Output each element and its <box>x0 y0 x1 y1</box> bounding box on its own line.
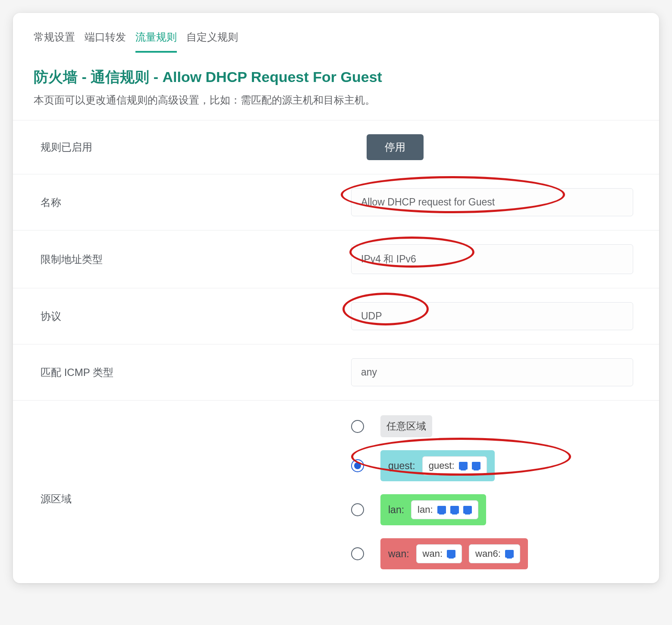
iface-guest: guest: <box>422 456 487 475</box>
zone-row-lan: lan: lan: <box>351 494 633 525</box>
ethernet-icon <box>459 462 468 470</box>
page-header: 防火墙 - 通信规则 - Allow DHCP Request For Gues… <box>13 53 659 116</box>
ethernet-icon <box>450 506 459 514</box>
page-title: 防火墙 - 通信规则 - Allow DHCP Request For Gues… <box>34 67 638 87</box>
protocol-select[interactable]: UDP <box>351 302 633 330</box>
iface-label: wan6: <box>475 548 501 559</box>
label-enabled: 规则已启用 <box>41 140 351 154</box>
row-icmp: 匹配 ICMP 类型 any <box>13 344 659 400</box>
zone-box-wan: wan: wan: wan6: <box>380 538 528 569</box>
row-enabled: 规则已启用 停用 <box>13 120 659 174</box>
ethernet-icon <box>472 462 480 470</box>
ethernet-icon <box>463 506 472 514</box>
row-protocol: 协议 UDP <box>13 288 659 344</box>
tab-custom-rules[interactable]: 自定义规则 <box>186 26 238 53</box>
ethernet-icon <box>447 550 455 558</box>
iface-label: lan: <box>418 504 433 515</box>
tab-general[interactable]: 常规设置 <box>34 26 75 53</box>
row-restrict: 限制地址类型 IPv4 和 IPv6 <box>13 230 659 288</box>
row-name: 名称 <box>13 174 659 230</box>
radio-guest-zone[interactable] <box>351 459 364 472</box>
zone-box-guest: guest: guest: <box>380 450 495 481</box>
page-subtitle: 本页面可以更改通信规则的高级设置，比如：需匹配的源主机和目标主机。 <box>34 93 638 107</box>
ethernet-icon <box>437 506 446 514</box>
zone-row-guest: guest: guest: <box>351 450 633 481</box>
row-source-zone: 源区域 任意区域 guest: guest: <box>13 400 659 583</box>
zone-title-guest: guest: <box>388 460 415 472</box>
zone-title-lan: lan: <box>388 504 404 516</box>
rule-form: 规则已启用 停用 名称 限制地址类型 IPv4 和 IPv6 协议 UDP <box>13 120 659 583</box>
radio-wan-zone[interactable] <box>351 547 364 560</box>
zone-box-lan: lan: lan: <box>380 494 486 525</box>
label-protocol: 协议 <box>41 309 351 323</box>
iface-label: guest: <box>429 460 455 471</box>
tabs: 常规设置 端口转发 流量规则 自定义规则 <box>13 13 659 53</box>
radio-lan-zone[interactable] <box>351 503 364 516</box>
label-restrict: 限制地址类型 <box>41 253 351 266</box>
name-input[interactable] <box>351 188 633 216</box>
iface-wan: wan: <box>416 544 462 563</box>
label-name: 名称 <box>41 196 351 209</box>
iface-label: wan: <box>423 548 443 559</box>
tab-traffic-rules[interactable]: 流量规则 <box>135 26 177 53</box>
restrict-select[interactable]: IPv4 和 IPv6 <box>351 244 633 274</box>
zone-row-wan: wan: wan: wan6: <box>351 538 633 569</box>
label-source-zone: 源区域 <box>41 414 351 506</box>
label-icmp: 匹配 ICMP 类型 <box>41 366 351 379</box>
disable-button[interactable]: 停用 <box>367 134 424 160</box>
tab-port-forward[interactable]: 端口转发 <box>85 26 126 53</box>
zone-title-wan: wan: <box>388 548 409 560</box>
iface-wan6: wan6: <box>469 544 520 563</box>
iface-lan: lan: <box>411 500 478 519</box>
settings-card: 常规设置 端口转发 流量规则 自定义规则 防火墙 - 通信规则 - Allow … <box>13 13 659 583</box>
zone-list: 任意区域 guest: guest: <box>351 414 633 569</box>
any-zone-badge: 任意区域 <box>380 415 432 437</box>
radio-any-zone[interactable] <box>351 420 364 433</box>
zone-row-any: 任意区域 <box>351 415 633 437</box>
ethernet-icon <box>505 550 514 558</box>
icmp-select[interactable]: any <box>351 358 633 386</box>
